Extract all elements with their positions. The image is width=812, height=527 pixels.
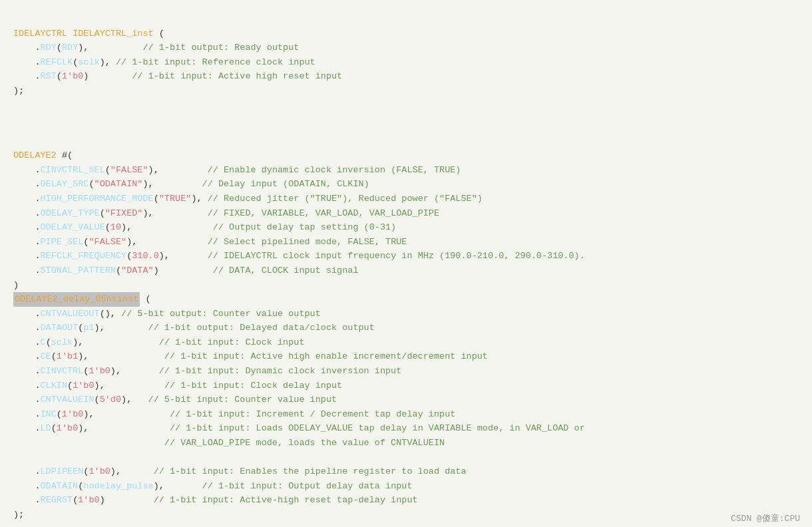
comment-ld2: // VAR_LOAD_PIPE mode, loads the value o… bbox=[164, 438, 445, 448]
comment-odelay-type: // FIXED, VARIABLE, VAR_LOAD, VAR_LOAD_P… bbox=[208, 208, 439, 218]
comment-cntvalueout: // 5-bit output: Counter value output bbox=[121, 309, 321, 319]
comment-odatain: // 1-bit input: Output delay data input bbox=[202, 481, 413, 491]
code-container: IDELAYCTRL IDELAYCTRL_inst ( .RDY(RDY), … bbox=[0, 0, 812, 527]
comment-rst: // 1-bit input: Active high reset input bbox=[132, 71, 342, 81]
comment-cntvaluein: // 5-bit input: Counter value input bbox=[148, 395, 337, 405]
port-ldpipeen: LDPIPEEN bbox=[41, 466, 84, 476]
module-name: IDELAYCTRL bbox=[13, 29, 67, 39]
port-dataout: DATAOUT bbox=[41, 323, 79, 333]
code-block: IDELAYCTRL IDELAYCTRL_inst ( .RDY(RDY), … bbox=[13, 12, 799, 98]
port-odelay-value: ODELAY_VALUE bbox=[41, 222, 105, 232]
port-c: C bbox=[41, 337, 46, 347]
port-cinvctrl: CINVCTRL bbox=[41, 366, 84, 376]
port-high-perf: HIGH_PERFORMANCE_MODE bbox=[41, 194, 154, 204]
port-cntvaluein: CNTVALUEIN bbox=[41, 395, 95, 405]
port-refclk: REFCLK bbox=[41, 57, 73, 67]
comment-dataout: // 1-bit output: Delayed data/clock outp… bbox=[148, 323, 375, 333]
port-rst: RST bbox=[41, 71, 57, 81]
port-clkin: CLKIN bbox=[41, 381, 68, 391]
comment-inc: // 1-bit input: Increment / Decrement ta… bbox=[170, 409, 455, 419]
comment-signal-pattern: // DATA, CLOCK input signal bbox=[213, 265, 359, 275]
port-ce: CE bbox=[41, 351, 51, 361]
watermark: CSDN @傻童:CPU bbox=[731, 512, 800, 526]
code-block-2: ODELAYE2 #( .CINVCTRL_SEL("FALSE"), // E… bbox=[13, 134, 799, 522]
comment-clkin: // 1-bit input: Clock delay input bbox=[164, 381, 342, 391]
comment-ldpipeen: // 1-bit input: Enables the pipeline reg… bbox=[154, 466, 467, 476]
comment-odelay-value: // Output delay tap setting (0-31) bbox=[213, 222, 396, 232]
comment-cinvctrl2: // 1-bit input: Dynamic clock inversion … bbox=[159, 366, 402, 376]
port-refclk-freq: REFCLK_FREQUENCY bbox=[41, 251, 127, 261]
port-odelay-type: ODELAY_TYPE bbox=[41, 208, 100, 218]
comment-refclk: // 1-bit input: Reference clock input bbox=[116, 57, 315, 67]
comment-regrst: // 1-bit input: Active-high reset tap-de… bbox=[154, 495, 418, 505]
comment-cinvctrl: // Enable dynamic clock inversion (FALSE… bbox=[208, 165, 461, 175]
port-pipe-sel: PIPE_SEL bbox=[41, 237, 84, 247]
port-cntvalueout: CNTVALUEOUT bbox=[41, 309, 100, 319]
comment-delay-src: // Delay input (ODATAIN, CLKIN) bbox=[202, 179, 369, 189]
port-signal-pattern: SIGNAL_PATTERN bbox=[41, 265, 116, 275]
instance-name: IDELAYCTRL_inst bbox=[73, 29, 154, 39]
port-ld: LD bbox=[41, 423, 51, 433]
comment-refclk-freq: // IDELAYCTRL clock input frequency in M… bbox=[208, 251, 585, 261]
port-regrst: REGRST bbox=[41, 495, 73, 505]
port-inc: INC bbox=[41, 409, 57, 419]
comment-rdy: // 1-bit output: Ready output bbox=[142, 43, 299, 53]
port-delay-src: DELAY_SRC bbox=[41, 179, 89, 189]
highlighted-instance: ODELAYE2_delay_05nsinst bbox=[13, 292, 140, 307]
port-odatain: ODATAIN bbox=[41, 481, 79, 491]
comment-ld: // 1-bit input: Loads ODELAY_VALUE tap d… bbox=[170, 423, 585, 433]
comment-c: // 1-bit input: Clock input bbox=[159, 337, 305, 347]
comment-pipe-sel: // Select pipelined mode, FALSE, TRUE bbox=[208, 237, 407, 247]
module-odelaye2: ODELAYE2 bbox=[13, 150, 57, 160]
port-cinvctrl-sel: CINVCTRL_SEL bbox=[41, 165, 105, 175]
comment-ce: // 1-bit input: Active high enable incre… bbox=[164, 351, 488, 361]
port-rdy: RDY bbox=[41, 43, 57, 53]
comment-high-perf: // Reduced jitter ("TRUE"), Reduced powe… bbox=[208, 194, 483, 204]
